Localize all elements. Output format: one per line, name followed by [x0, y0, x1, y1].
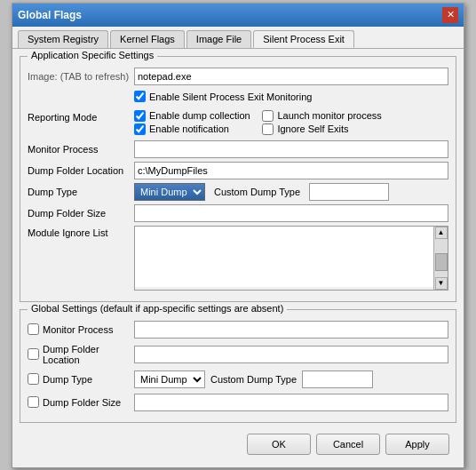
- module-ignore-row: Module Ignore List ▲ ▼: [28, 226, 448, 291]
- module-ignore-label: Module Ignore List: [28, 226, 134, 238]
- dump-type-select[interactable]: Mini Dump Full Dump Micro Dump: [134, 183, 205, 201]
- dump-collection-row: Enable dump collection: [134, 110, 253, 122]
- image-content: [134, 68, 448, 85]
- global-dump-type-select[interactable]: Mini Dump Full Dump: [134, 370, 205, 388]
- dump-folder-location-input[interactable]: [134, 162, 448, 179]
- tab-image-file[interactable]: Image File: [186, 30, 251, 48]
- image-input[interactable]: [134, 68, 448, 85]
- launch-monitor-row: Launch monitor process: [262, 110, 381, 122]
- scroll-down-arrow[interactable]: ▼: [435, 277, 448, 290]
- custom-dump-type-label: Custom Dump Type: [214, 187, 300, 197]
- tab-system-registry[interactable]: System Registry: [18, 30, 108, 48]
- reporting-mode-row: Reporting Mode Enable dump collection La…: [28, 110, 448, 135]
- scroll-up-arrow[interactable]: ▲: [435, 227, 448, 239]
- global-monitor-checkbox[interactable]: [28, 323, 39, 335]
- launch-monitor-checkbox[interactable]: [262, 110, 274, 122]
- global-dump-folder-input[interactable]: [134, 346, 448, 363]
- enable-silent-checkbox[interactable]: [134, 91, 146, 102]
- enable-notify-row: Enable notification: [134, 123, 253, 135]
- tab-bar: System Registry Kernel Flags Image File …: [12, 27, 464, 49]
- dump-folder-size-input[interactable]: [134, 204, 448, 222]
- dump-collection-checkbox[interactable]: [134, 110, 146, 122]
- global-dump-folder-size-check-label: Dump Folder Size: [28, 396, 134, 408]
- app-settings-group: Application Specific Settings Image: (TA…: [20, 56, 456, 302]
- image-label: Image: (TAB to refresh): [28, 71, 134, 82]
- image-row: Image: (TAB to refresh): [28, 68, 448, 85]
- global-dump-folder-size-row: Dump Folder Size: [28, 394, 448, 411]
- enable-silent-label: Enable Silent Process Exit Monitoring: [149, 92, 312, 102]
- dump-collection-label: Enable dump collection: [149, 110, 250, 121]
- ignore-self-checkbox[interactable]: [262, 123, 274, 135]
- button-bar: OK Cancel Apply: [20, 430, 456, 462]
- global-dump-folder-size-input[interactable]: [134, 394, 448, 411]
- module-ignore-scrollbar[interactable]: ▲ ▼: [433, 227, 448, 290]
- content-area: Application Specific Settings Image: (TA…: [12, 49, 464, 467]
- main-window: Global Flags ✕ System Registry Kernel Fl…: [12, 3, 464, 468]
- module-ignore-wrapper: ▲ ▼: [134, 226, 448, 291]
- dump-type-content: Mini Dump Full Dump Micro Dump Custom Du…: [134, 183, 448, 201]
- monitor-process-content: [134, 140, 448, 158]
- dump-folder-location-row: Dump Folder Location: [28, 162, 448, 179]
- global-dump-type-content: Mini Dump Full Dump Custom Dump Type: [134, 370, 448, 388]
- global-dump-type-row: Dump Type Mini Dump Full Dump Custom Dum…: [28, 370, 448, 388]
- dump-folder-location-label: Dump Folder Location: [28, 165, 134, 176]
- enable-silent-row: Enable Silent Process Exit Monitoring: [28, 89, 448, 107]
- close-button[interactable]: ✕: [442, 7, 458, 23]
- enable-notify-label: Enable notification: [149, 123, 229, 134]
- dump-folder-size-row: Dump Folder Size: [28, 204, 448, 222]
- app-settings-legend: Application Specific Settings: [28, 50, 157, 60]
- title-bar: Global Flags ✕: [12, 4, 464, 27]
- global-dump-folder-check-label: Dump Folder Location: [28, 344, 134, 365]
- global-dump-type-checkbox[interactable]: [28, 373, 39, 385]
- global-monitor-input[interactable]: [134, 321, 448, 339]
- enable-silent-content: Enable Silent Process Exit Monitoring: [134, 91, 448, 104]
- dump-folder-size-label: Dump Folder Size: [28, 208, 134, 219]
- reporting-mode-label: Reporting Mode: [28, 110, 134, 123]
- global-dump-folder-row: Dump Folder Location: [28, 344, 448, 365]
- global-monitor-input-wrap: [134, 321, 448, 339]
- global-settings-legend: Global Settings (default if app-specific…: [28, 303, 287, 314]
- ignore-self-label: Ignore Self Exits: [277, 123, 348, 134]
- cancel-button[interactable]: Cancel: [316, 434, 380, 455]
- global-dump-folder-input-wrap: [134, 346, 448, 363]
- global-custom-dump-label: Custom Dump Type: [210, 374, 297, 385]
- tab-kernel-flags[interactable]: Kernel Flags: [110, 30, 185, 48]
- dump-type-label: Dump Type: [28, 187, 134, 197]
- global-dump-type-check-label: Dump Type: [28, 373, 134, 385]
- global-custom-dump-input[interactable]: [302, 370, 373, 388]
- apply-button[interactable]: Apply: [385, 434, 449, 455]
- module-ignore-content: ▲ ▼: [134, 226, 448, 291]
- reporting-grid: Enable dump collection Launch monitor pr…: [134, 110, 382, 135]
- monitor-process-label: Monitor Process: [28, 144, 134, 155]
- module-ignore-textarea[interactable]: [135, 227, 433, 287]
- global-monitor-process-row: Monitor Process: [28, 321, 448, 339]
- global-dump-folder-size-input-wrap: [134, 394, 448, 411]
- global-dump-folder-size-checkbox[interactable]: [28, 396, 39, 408]
- global-dump-folder-checkbox[interactable]: [28, 348, 39, 360]
- enable-silent-checkbox-row: Enable Silent Process Exit Monitoring: [134, 91, 312, 102]
- monitor-process-input[interactable]: [134, 140, 448, 158]
- scroll-thumb[interactable]: [435, 253, 448, 271]
- reporting-mode-content: Enable dump collection Launch monitor pr…: [134, 110, 448, 135]
- ok-button[interactable]: OK: [247, 434, 311, 455]
- monitor-process-row: Monitor Process: [28, 140, 448, 158]
- global-settings-group: Global Settings (default if app-specific…: [20, 309, 456, 423]
- dump-folder-size-content: [134, 204, 448, 222]
- dump-folder-location-content: [134, 162, 448, 179]
- window-title: Global Flags: [18, 9, 82, 21]
- custom-dump-type-input[interactable]: [309, 183, 389, 201]
- enable-notify-checkbox[interactable]: [134, 123, 146, 135]
- app-settings-inner: Image: (TAB to refresh) Enable Silent Pr…: [28, 68, 448, 291]
- dump-type-row: Dump Type Mini Dump Full Dump Micro Dump…: [28, 183, 448, 201]
- ignore-self-row: Ignore Self Exits: [262, 123, 381, 135]
- launch-monitor-label: Launch monitor process: [277, 110, 381, 121]
- tab-silent-process-exit[interactable]: Silent Process Exit: [253, 30, 354, 48]
- global-monitor-check-label: Monitor Process: [28, 323, 134, 335]
